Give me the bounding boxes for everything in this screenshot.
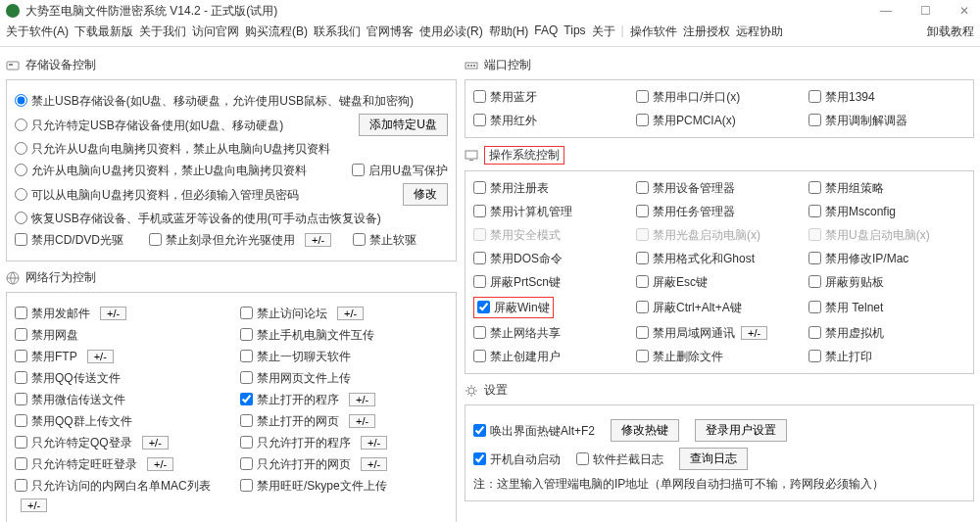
cb-disable-createuser[interactable]: 禁止创建用户 [473,348,561,365]
cb-block-ctrl-alt-a[interactable]: 屏蔽Ctrl+Alt+A键 [636,299,742,316]
radio-pc-to-usb-only[interactable]: 允许从电脑向U盘拷贝资料，禁止U盘向电脑拷贝资料 [15,162,307,179]
plus-minus-button[interactable]: +/- [142,436,169,450]
close-button[interactable]: ✕ [955,4,974,18]
cb-allow-specific-qq[interactable]: 只允许特定QQ登录 [15,434,132,451]
cb-disable-safemode: 禁用安全模式 [473,226,561,244]
menu-item[interactable]: Tips [564,24,585,40]
cb-disable-wechat-file[interactable]: 禁用微信传送文件 [15,391,125,408]
cb-disable-email[interactable]: 禁用发邮件 [15,305,90,322]
radio-restore-usb[interactable]: 恢复USB存储设备、手机或蓝牙等设备的使用(可手动点击恢复设备) [15,210,381,227]
panel-storage: 禁止USB存储设备(如U盘、移动硬盘，允许使用USB鼠标、键盘和加密狗) 只允许… [6,79,457,261]
cb-disable-bluetooth[interactable]: 禁用蓝牙 [473,88,537,106]
cb-disable-ftp[interactable]: 禁用FTP [15,348,77,365]
checkbox-write-protect[interactable]: 启用U盘写保护 [352,162,448,179]
cb-block-prtscn[interactable]: 屏蔽PrtScn键 [473,273,561,291]
cb-disable-forum[interactable]: 禁止访问论坛 [240,305,327,322]
plus-minus-button[interactable]: +/- [147,457,173,471]
checkbox-disable-burn[interactable]: 禁止刻录但允许光驱使用 [149,231,295,249]
radio-forbid-usb[interactable]: 禁止USB存储设备(如U盘、移动硬盘，允许使用USB鼠标、键盘和加密狗) [15,92,414,110]
cb-allow-programs[interactable]: 只允许打开的程序 [240,434,351,451]
menu-item[interactable]: 注册授权 [683,24,730,40]
add-specific-usb-button[interactable]: 添加特定U盘 [359,114,448,136]
plus-minus-button[interactable]: +/- [337,307,364,320]
cb-disable-delete[interactable]: 禁止删除文件 [636,348,723,365]
cb-hotkey[interactable]: 唤出界面热键Alt+F2 [473,422,595,440]
menu-item[interactable]: 关于软件(A) [6,24,69,40]
menu-item[interactable]: 访问官网 [192,24,239,40]
cb-mac-whitelist[interactable]: 只允许访问的内网白名单MAC列表 [15,477,211,495]
menu-item[interactable]: 关于 [592,24,615,40]
cb-disable-modem[interactable]: 禁用调制解调器 [808,112,907,129]
cb-block-programs[interactable]: 禁止打开的程序 [240,391,339,408]
cb-disable-vm[interactable]: 禁用虚拟机 [808,324,884,342]
maximize-button[interactable]: ☐ [915,4,935,18]
cb-block-esc[interactable]: 屏蔽Esc键 [636,273,708,291]
window-controls: — ☐ ✕ [876,4,974,18]
cb-disable-netshare[interactable]: 禁止网络共享 [473,324,561,342]
checkbox-disable-floppy[interactable]: 禁止软驱 [353,231,416,249]
minimize-button[interactable]: — [876,4,896,18]
plus-minus-button[interactable]: +/- [349,393,375,406]
cb-disable-infrared[interactable]: 禁用红外 [473,112,537,129]
cb-disable-gpedit[interactable]: 禁用组策略 [808,179,884,197]
cb-disable-web-upload[interactable]: 禁用网页文件上传 [240,369,351,387]
menu-item[interactable]: 操作软件 [630,24,677,40]
radio-allow-specific-usb[interactable]: 只允许特定USB存储设备使用(如U盘、移动硬盘) [15,117,283,134]
cb-disable-compmgmt[interactable]: 禁用计算机管理 [473,203,572,220]
menu-item[interactable]: 下载最新版 [74,24,133,40]
plus-minus-button[interactable]: +/- [87,350,114,363]
radio-copy-with-password[interactable]: 可以从电脑向U盘拷贝资料，但必须输入管理员密码 [15,186,299,204]
cb-disable-dos[interactable]: 禁用DOS命令 [473,250,563,267]
login-user-settings-button[interactable]: 登录用户设置 [695,419,787,442]
plus-minus-button[interactable]: +/- [305,233,331,247]
section-title-port: 端口控制 [484,57,531,73]
cb-allow-specific-wangwang[interactable]: 只允许特定旺旺登录 [15,455,137,473]
cb-disable-netdisk[interactable]: 禁用网盘 [15,326,78,344]
cb-disable-lan[interactable]: 禁用局域网通讯 [636,324,735,342]
cb-disable-ipmac[interactable]: 禁用修改IP/Mac [808,250,908,267]
checkbox-disable-cd[interactable]: 禁用CD/DVD光驱 [15,231,123,249]
plus-minus-button[interactable]: +/- [100,307,126,320]
menu-item[interactable]: 联系我们 [314,24,361,40]
cb-disable-devmgr[interactable]: 禁用设备管理器 [636,179,735,197]
cb-disable-wangwang-skype[interactable]: 禁用旺旺/Skype文件上传 [240,477,387,495]
cb-disable-registry[interactable]: 禁用注册表 [473,179,549,197]
menu-item[interactable]: 帮助(H) [489,24,529,40]
cb-disable-msconfig[interactable]: 禁用Msconfig [808,203,896,220]
cb-disable-taskmgr[interactable]: 禁用任务管理器 [636,203,735,220]
menu-item[interactable]: 购买流程(B) [245,24,308,40]
modify-button[interactable]: 修改 [403,183,448,206]
cb-autostart[interactable]: 开机自动启动 [473,451,561,468]
cb-disable-serial[interactable]: 禁用串口/并口(x) [636,88,740,106]
modify-hotkey-button[interactable]: 修改热键 [611,419,679,442]
radio-usb-to-pc-only[interactable]: 只允许从U盘向电脑拷贝资料，禁止从电脑向U盘拷贝资料 [15,140,330,158]
cb-disable-qqgroup-upload[interactable]: 禁用QQ群上传文件 [15,412,132,430]
menu-item[interactable]: FAQ [534,24,558,40]
cb-allow-webpages[interactable]: 只允许打开的网页 [240,455,351,473]
cb-disable-phone-pc[interactable]: 禁止手机电脑文件互传 [240,326,374,344]
menu-item[interactable]: 使用必读(R) [419,24,483,40]
menu-item[interactable]: 关于我们 [139,24,186,40]
plus-minus-button[interactable]: +/- [741,326,767,340]
cb-disable-usbboot: 禁用U盘启动电脑(x) [808,226,930,244]
plus-minus-button[interactable]: +/- [21,498,47,512]
cb-block-clipboard[interactable]: 屏蔽剪贴板 [808,273,884,291]
cb-block-webpages[interactable]: 禁止打开的网页 [240,412,339,430]
menu-item[interactable]: 远程协助 [736,24,783,40]
panel-network: 禁用发邮件+/- 禁用网盘 禁用FTP+/- 禁用QQ传送文件 禁用微信传送文件… [6,292,457,522]
cb-disable-qq-file[interactable]: 禁用QQ传送文件 [15,369,121,387]
cb-disable-print[interactable]: 禁止打印 [808,348,872,365]
menu-uninstall[interactable]: 卸载教程 [927,24,974,40]
query-log-button[interactable]: 查询日志 [679,448,748,470]
plus-minus-button[interactable]: +/- [349,414,375,428]
cb-block-winkey[interactable]: 屏蔽Win键 [477,299,550,316]
cb-block-log[interactable]: 软件拦截日志 [576,451,663,468]
cb-disable-1394[interactable]: 禁用1394 [808,88,875,106]
cb-disable-pcmcia[interactable]: 禁用PCMCIA(x) [636,112,736,129]
cb-disable-telnet[interactable]: 禁用 Telnet [808,299,883,316]
cb-disable-format-ghost[interactable]: 禁用格式化和Ghost [636,250,755,267]
plus-minus-button[interactable]: +/- [361,436,387,450]
plus-minus-button[interactable]: +/- [361,457,387,471]
menu-item[interactable]: 官网博客 [367,24,414,40]
cb-disable-all-chat[interactable]: 禁止一切聊天软件 [240,348,351,365]
